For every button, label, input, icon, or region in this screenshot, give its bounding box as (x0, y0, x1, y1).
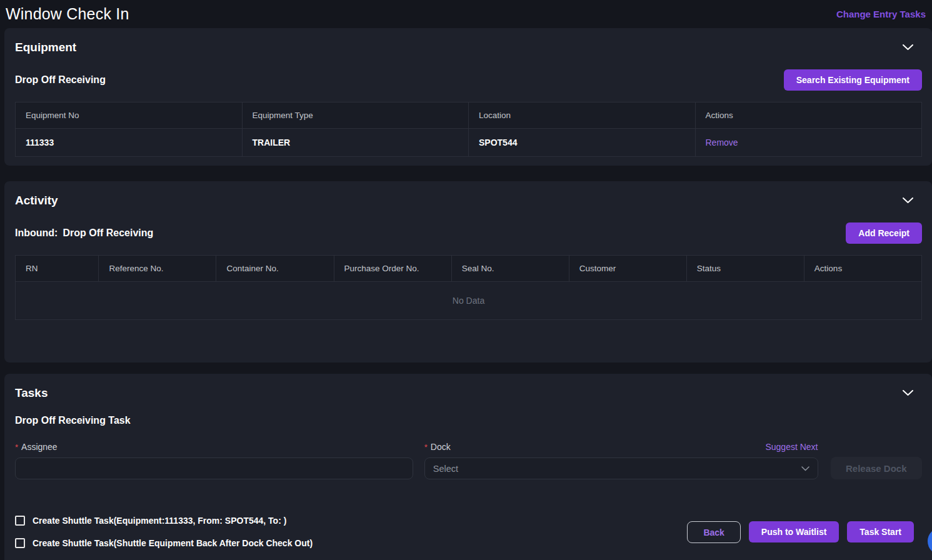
equipment-subtitle: Drop Off Receiving (15, 74, 106, 86)
activity-subtitle-value: Drop Off Receiving (63, 228, 153, 238)
dock-select[interactable]: Select (424, 458, 818, 479)
equipment-section-title: Equipment (15, 41, 76, 54)
dock-label: Dock (431, 442, 451, 452)
chevron-down-icon (903, 390, 913, 396)
tasks-section: Tasks Drop Off Receiving Task *Assignee … (4, 374, 932, 560)
no-data-text: No Data (16, 282, 922, 320)
equipment-section-header: Equipment (15, 41, 922, 54)
top-bar: Window Check In Change Entry Tasks (0, 0, 932, 24)
tasks-subtitle: Drop Off Receiving Task (15, 415, 131, 426)
activity-collapse-button[interactable] (903, 198, 913, 204)
task-start-button[interactable]: Task Start (847, 521, 914, 542)
equipment-no-cell: 111333 (16, 129, 243, 157)
activity-section: Activity Inbound:Drop Off Receiving Add … (4, 181, 932, 362)
assignee-input[interactable] (15, 458, 413, 479)
column-header-actions: Actions (695, 102, 922, 129)
checkbox-icon[interactable] (15, 516, 25, 526)
actions-cell: Remove (695, 129, 922, 157)
change-entry-tasks-link[interactable]: Change Entry Tasks (836, 9, 926, 19)
column-header-reference-no: Reference No. (99, 256, 216, 282)
tasks-bottom-row: Create Shuttle Task(Equipment:111333, Fr… (15, 516, 922, 560)
equipment-table: Equipment No Equipment Type Location Act… (15, 102, 922, 157)
tasks-collapse-button[interactable] (903, 390, 913, 396)
dock-select-placeholder: Select (433, 464, 458, 474)
assignee-label-row: *Assignee (15, 441, 413, 452)
dock-label-row: *Dock Suggest Next (424, 441, 818, 452)
activity-table-header-row: RN Reference No. Container No. Purchase … (16, 256, 922, 282)
footer-action-buttons: Back Push to Waitlist Task Start (687, 521, 914, 560)
column-header-container-no: Container No. (216, 256, 334, 282)
search-existing-equipment-button[interactable]: Search Existing Equipment (784, 69, 922, 91)
column-header-actions: Actions (804, 256, 921, 282)
push-to-waitlist-button[interactable]: Push to Waitlist (749, 521, 839, 542)
column-header-purchase-order-no: Purchase Order No. (334, 256, 451, 282)
tasks-section-title: Tasks (15, 386, 48, 400)
activity-subheader-row: Inbound:Drop Off Receiving Add Receipt (15, 222, 922, 244)
activity-subtitle: Inbound:Drop Off Receiving (15, 228, 153, 239)
back-button[interactable]: Back (687, 521, 740, 543)
drop-off-task-form: *Assignee *Dock Suggest Next Select Rele… (15, 441, 922, 479)
shuttle-task-option-2-label: Create Shuttle Task(Shuttle Equipment Ba… (33, 538, 313, 548)
dock-field-group: *Dock Suggest Next Select (424, 441, 818, 479)
equipment-type-cell: TRAILER (242, 129, 469, 157)
chevron-down-icon (801, 466, 809, 471)
column-header-customer: Customer (569, 256, 686, 282)
assignee-label: Assignee (21, 442, 58, 452)
suggest-next-link[interactable]: Suggest Next (765, 442, 818, 452)
activity-table: RN Reference No. Container No. Purchase … (15, 255, 922, 320)
column-header-status: Status (686, 256, 804, 282)
required-asterisk: * (15, 442, 18, 452)
assignee-field-group: *Assignee (15, 441, 413, 479)
add-receipt-button[interactable]: Add Receipt (846, 222, 922, 244)
activity-table-empty-row: No Data (16, 282, 922, 320)
activity-section-title: Activity (15, 194, 58, 208)
page-title: Window Check In (6, 5, 129, 23)
column-header-seal-no: Seal No. (451, 256, 569, 282)
activity-subtitle-label: Inbound: (15, 228, 58, 238)
shuttle-task-option-1-label: Create Shuttle Task(Equipment:111333, Fr… (33, 516, 286, 526)
shuttle-task-option-1[interactable]: Create Shuttle Task(Equipment:111333, Fr… (15, 516, 313, 526)
column-header-rn: RN (16, 256, 99, 282)
shuttle-task-option-2[interactable]: Create Shuttle Task(Shuttle Equipment Ba… (15, 538, 313, 548)
equipment-collapse-button[interactable] (903, 44, 913, 51)
release-dock-button[interactable]: Release Dock (831, 457, 922, 479)
remove-equipment-link[interactable]: Remove (706, 138, 738, 148)
tasks-section-header: Tasks (15, 386, 922, 400)
required-asterisk: * (424, 442, 428, 452)
tasks-subheader-row: Drop Off Receiving Task (15, 415, 922, 426)
equipment-subheader-row: Drop Off Receiving Search Existing Equip… (15, 69, 922, 91)
location-cell: SPOT544 (469, 129, 696, 157)
chevron-down-icon (903, 44, 913, 51)
equipment-section: Equipment Drop Off Receiving Search Exis… (4, 28, 932, 166)
checkbox-icon[interactable] (15, 538, 25, 548)
shuttle-task-options: Create Shuttle Task(Equipment:111333, Fr… (15, 516, 313, 560)
column-header-equipment-no: Equipment No (16, 102, 243, 129)
column-header-equipment-type: Equipment Type (242, 102, 469, 129)
equipment-table-row: 111333 TRAILER SPOT544 Remove (16, 129, 922, 157)
activity-section-header: Activity (15, 194, 922, 208)
column-header-location: Location (469, 102, 696, 129)
chevron-down-icon (903, 198, 913, 204)
equipment-table-header-row: Equipment No Equipment Type Location Act… (16, 102, 922, 129)
